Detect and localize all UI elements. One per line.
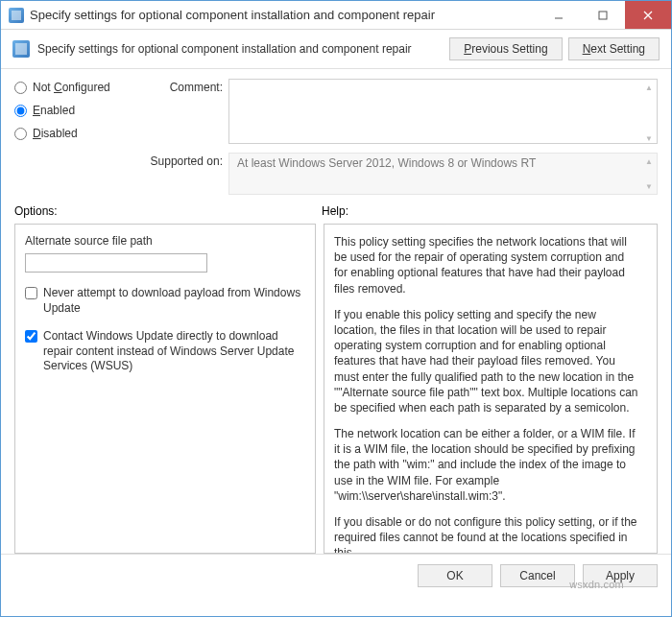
policy-icon — [12, 40, 30, 58]
help-paragraph: This policy setting specifies the networ… — [334, 234, 639, 297]
help-paragraph: If you disable or do not configure this … — [334, 514, 639, 554]
never-wu-label: Never attempt to download payload from W… — [43, 286, 305, 316]
help-panel-label: Help: — [322, 204, 348, 218]
supported-label: Supported on: — [144, 153, 228, 168]
config-area: Not Configured Enabled Disabled Comment:… — [1, 69, 671, 201]
maximize-button[interactable] — [581, 1, 625, 29]
wsus-label: Contact Windows Update directly to downl… — [43, 329, 305, 374]
radio-disabled-input[interactable] — [14, 128, 27, 140]
alt-source-path-label: Alternate source file path — [25, 234, 305, 248]
help-text: This policy setting specifies the networ… — [334, 234, 647, 554]
radio-enabled-input[interactable] — [14, 105, 27, 117]
scroll-down-icon[interactable]: ▼ — [643, 132, 655, 144]
toolbar-subtitle: Specify settings for optional component … — [37, 42, 449, 56]
help-paragraph: The network location can be either a fol… — [334, 426, 639, 504]
apply-button[interactable]: Apply — [583, 564, 658, 587]
panels: Alternate source file path Never attempt… — [1, 220, 671, 554]
minimize-button[interactable] — [537, 1, 581, 29]
wsus-checkbox[interactable] — [25, 330, 37, 343]
options-panel-label: Options: — [14, 204, 322, 218]
next-setting-button[interactable]: Next Setting — [568, 37, 660, 60]
previous-setting-button[interactable]: Previous Setting — [449, 37, 562, 60]
supported-on-value: At least Windows Server 2012, Windows 8 … — [228, 153, 658, 195]
panel-labels: Options: Help: — [1, 201, 671, 220]
footer: OK Cancel Apply — [1, 554, 671, 597]
options-panel: Alternate source file path Never attempt… — [14, 224, 316, 554]
app-icon — [9, 8, 24, 23]
state-radio-group: Not Configured Enabled Disabled — [14, 79, 144, 195]
never-wu-checkbox-row[interactable]: Never attempt to download payload from W… — [25, 286, 305, 316]
radio-disabled[interactable]: Disabled — [14, 127, 144, 140]
scroll-up-icon[interactable]: ▲ — [643, 82, 655, 93]
window-title: Specify settings for optional component … — [30, 8, 537, 22]
title-bar: Specify settings for optional component … — [1, 1, 671, 30]
comment-textarea[interactable] — [228, 79, 658, 144]
radio-not-configured-input[interactable] — [14, 82, 27, 94]
scroll-up-icon[interactable]: ▲ — [643, 155, 655, 167]
svg-rect-1 — [599, 12, 607, 19]
ok-button[interactable]: OK — [418, 564, 492, 587]
window-controls — [537, 1, 671, 29]
never-wu-checkbox[interactable] — [25, 287, 37, 299]
cancel-button[interactable]: Cancel — [500, 564, 575, 587]
radio-enabled[interactable]: Enabled — [14, 104, 144, 117]
radio-not-configured[interactable]: Not Configured — [14, 81, 144, 94]
help-paragraph: If you enable this policy setting and sp… — [334, 307, 639, 415]
comment-label: Comment: — [144, 79, 228, 94]
scroll-down-icon[interactable]: ▼ — [643, 180, 655, 192]
help-panel: This policy setting specifies the networ… — [324, 224, 658, 554]
wsus-checkbox-row[interactable]: Contact Windows Update directly to downl… — [25, 329, 305, 374]
alt-source-path-input[interactable] — [25, 253, 207, 273]
close-button[interactable] — [625, 1, 671, 29]
toolbar: Specify settings for optional component … — [1, 30, 671, 69]
